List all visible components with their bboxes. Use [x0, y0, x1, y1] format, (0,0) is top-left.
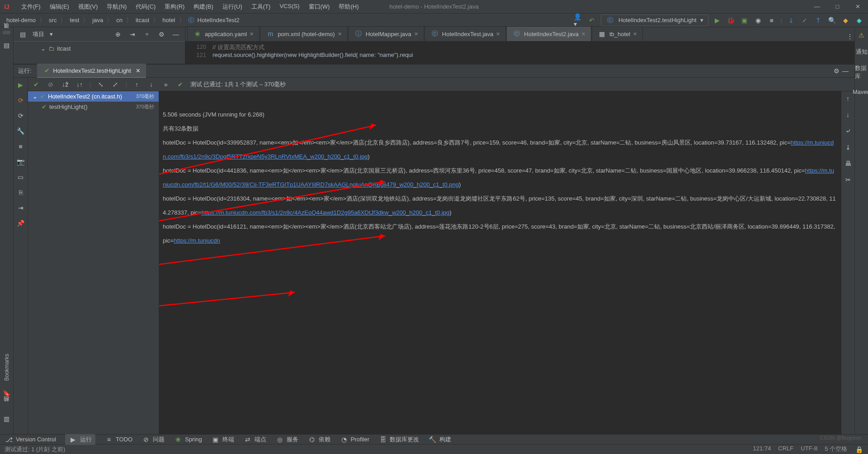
- menu-help[interactable]: 帮助(H): [335, 1, 363, 12]
- stop-icon[interactable]: ■: [16, 142, 25, 151]
- structure-icon[interactable]: ▥: [2, 414, 11, 423]
- maximize-icon[interactable]: □: [827, 0, 848, 14]
- chevron-down-icon[interactable]: ▾: [50, 31, 53, 37]
- tab-hotelindextest[interactable]: ⓒHotelIndexTest.java✕: [425, 26, 506, 41]
- side-maven[interactable]: Maven: [853, 89, 868, 95]
- show-passed-icon[interactable]: ✔: [32, 80, 41, 89]
- ts-endpoints[interactable]: ⇄端点: [243, 435, 266, 444]
- lock-icon[interactable]: 🔒: [854, 445, 863, 454]
- bookmark-icon[interactable]: 🔖: [2, 389, 11, 398]
- crumb-java[interactable]: java: [90, 17, 105, 23]
- collapse-icon[interactable]: ÷: [142, 30, 151, 39]
- console-link[interactable]: https://m.tuniucdn.com/fb3/s1/2n9c/4AzEo…: [202, 209, 450, 216]
- menu-navigate[interactable]: 导航(N): [103, 1, 131, 12]
- crumb-cn[interactable]: cn: [114, 17, 124, 23]
- menu-window[interactable]: 窗口(W): [305, 1, 334, 12]
- tree-folder-itcast[interactable]: ⌄ 🗀 itcast: [23, 44, 176, 53]
- close-icon[interactable]: ✕: [848, 0, 868, 14]
- crumb-class[interactable]: HotelIndexTest2: [196, 17, 241, 23]
- side-db[interactable]: 数据库: [855, 64, 868, 80]
- menu-build[interactable]: 构建(B): [189, 1, 217, 12]
- console-link[interactable]: https://m.tuniucdn: [174, 237, 220, 244]
- run-config-selector[interactable]: ⓒ HotelIndexTest2.testHighLight ▾: [601, 14, 708, 26]
- ts-todo[interactable]: ≡TODO: [104, 435, 132, 444]
- debug-icon[interactable]: 🐞: [726, 16, 736, 25]
- run-icon[interactable]: ▶: [713, 16, 722, 25]
- menu-view[interactable]: 视图(V): [74, 1, 102, 12]
- up-icon[interactable]: ↑: [844, 94, 853, 103]
- close-tab-icon[interactable]: ✕: [414, 31, 418, 37]
- crumb-hotel[interactable]: hotel: [160, 17, 177, 23]
- expand-icon[interactable]: ⇥: [128, 30, 137, 39]
- side-bookmarks[interactable]: Bookmarks: [4, 352, 10, 383]
- encoding[interactable]: UTF-8: [801, 445, 817, 454]
- warning-icon[interactable]: ⚠: [857, 31, 866, 40]
- hide-icon[interactable]: —: [841, 66, 850, 75]
- menu-tools[interactable]: 工具(T): [247, 1, 275, 12]
- crumb-project[interactable]: hotel-demo: [5, 17, 38, 23]
- close-tab-icon[interactable]: ✕: [250, 31, 254, 37]
- ts-vcs[interactable]: ⎇Version Control: [5, 435, 56, 444]
- test-node-method[interactable]: ✔ testHighLight() 370毫秒: [28, 102, 159, 112]
- close-tab-icon[interactable]: ✕: [136, 67, 141, 74]
- profile-icon[interactable]: ◉: [754, 16, 763, 25]
- settings-icon[interactable]: ◆: [841, 16, 850, 25]
- user-icon[interactable]: 👤▾: [574, 16, 583, 25]
- tab-hotelmapper[interactable]: ⓘHotelMapper.java✕: [348, 26, 424, 41]
- crumb-test[interactable]: test: [68, 17, 81, 23]
- ts-spring[interactable]: ❀Spring: [174, 435, 202, 444]
- side-notify[interactable]: 通知: [856, 48, 868, 56]
- menu-edit[interactable]: 编辑(E): [46, 1, 73, 12]
- minimize-icon[interactable]: —: [807, 0, 827, 14]
- menu-run[interactable]: 运行(U): [218, 1, 246, 12]
- menu-vcs[interactable]: VCS(S): [275, 1, 303, 12]
- ts-build[interactable]: 🔨构建: [428, 435, 451, 444]
- tab-application-yaml[interactable]: ❀application.yaml✕: [187, 26, 259, 41]
- ts-deps[interactable]: ⌬依赖: [307, 435, 330, 444]
- print-icon[interactable]: 🖶: [844, 159, 853, 168]
- sort-icon[interactable]: ↓ẑ: [61, 80, 70, 89]
- crumb-itcast[interactable]: itcast: [134, 17, 151, 23]
- tab-hotelindextest2[interactable]: ⓒHotelIndexTest2.java✕: [506, 26, 591, 41]
- search-icon[interactable]: 🔍: [827, 16, 836, 25]
- run-session-tab[interactable]: ✔ HotelIndexTest2.testHighLight ✕: [37, 64, 146, 78]
- crumb-src[interactable]: src: [47, 17, 58, 23]
- soft-wrap-icon[interactable]: ⤶: [844, 126, 853, 136]
- close-tab-icon[interactable]: ✕: [633, 31, 637, 37]
- menu-refactor[interactable]: 重构(R): [160, 1, 189, 12]
- hide-icon[interactable]: —: [171, 30, 180, 39]
- layout-icon[interactable]: ▭: [16, 173, 25, 182]
- menu-file[interactable]: 文件(F): [17, 1, 45, 12]
- gear-icon[interactable]: ⚙: [157, 30, 166, 39]
- prev-icon[interactable]: ↑: [132, 80, 142, 89]
- line-sep[interactable]: CRLF: [778, 445, 793, 454]
- caret-pos[interactable]: 121:74: [753, 445, 771, 454]
- close-tab-icon[interactable]: ✕: [581, 31, 585, 37]
- select-opened-icon[interactable]: ⊕: [113, 30, 123, 39]
- exit-icon[interactable]: ⎘: [16, 188, 25, 197]
- vcs-push-icon[interactable]: ⤒: [814, 16, 823, 25]
- stop-icon[interactable]: ■: [767, 16, 776, 25]
- sort2-icon[interactable]: ↓↑: [75, 80, 84, 89]
- ts-services[interactable]: ◎服务: [275, 435, 298, 444]
- scroll-end-icon[interactable]: ⤓: [844, 143, 853, 152]
- rerun-icon[interactable]: ▶: [16, 80, 25, 89]
- ts-terminal[interactable]: ▣终端: [211, 435, 234, 444]
- gear-icon[interactable]: ⚙: [832, 66, 841, 75]
- next-icon[interactable]: ↓: [147, 80, 156, 89]
- clear-icon[interactable]: ✂: [844, 175, 853, 184]
- down-icon[interactable]: ↓: [844, 110, 853, 119]
- side-project[interactable]: 项目: [3, 31, 10, 34]
- back-icon[interactable]: ↶: [587, 16, 596, 25]
- indent[interactable]: 5 个空格: [825, 445, 847, 454]
- wrench-icon[interactable]: 🔧: [16, 126, 25, 136]
- ts-profiler[interactable]: ◔Profiler: [340, 435, 369, 444]
- vcs-commit-icon[interactable]: ✓: [800, 16, 809, 25]
- collapse-icon[interactable]: ⤢: [111, 80, 120, 89]
- expand-icon[interactable]: ⤡: [96, 80, 105, 89]
- side-structure[interactable]: 结构: [3, 404, 10, 408]
- ts-problems[interactable]: ⊘问题: [142, 435, 165, 444]
- tab-pom-xml[interactable]: mpom.xml (hotel-demo)✕: [260, 26, 347, 41]
- pin2-icon[interactable]: 📌: [16, 219, 25, 228]
- pin-icon[interactable]: ⇥: [16, 203, 25, 212]
